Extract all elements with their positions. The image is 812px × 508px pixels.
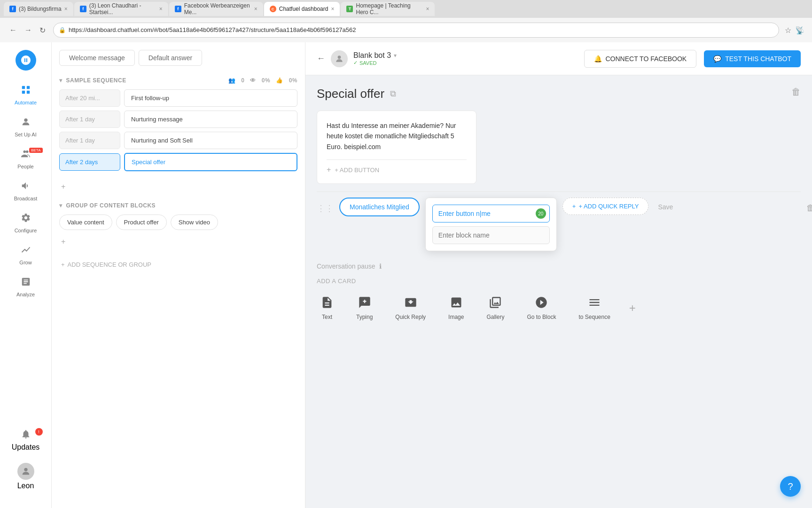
default-answer-btn[interactable]: Default answer xyxy=(139,50,202,66)
sidebar-item-configure[interactable]: Configure xyxy=(5,208,47,238)
browser-chrome: f (3) Bildungsfirma × f (3) Leon Chaudha… xyxy=(0,0,812,42)
sidebar-item-people[interactable]: People BETA xyxy=(5,144,47,174)
svg-rect-2 xyxy=(22,91,24,94)
add-group-item-btn[interactable]: + xyxy=(59,234,67,250)
group-btn-0[interactable]: Value content xyxy=(59,214,112,230)
top-nav: Welcome message Default answer xyxy=(59,50,297,66)
tab-3-close[interactable]: × xyxy=(254,6,258,12)
tab-2-label: (3) Leon Chaudhari - Startsei... xyxy=(89,2,156,16)
seq-block-1[interactable]: Nurturing message xyxy=(124,111,297,128)
add-item-btn[interactable]: + xyxy=(59,179,67,195)
save-button[interactable]: Save xyxy=(654,198,677,216)
bot-back-button[interactable]: ← xyxy=(317,54,325,64)
svg-rect-0 xyxy=(22,86,24,89)
add-icon: + xyxy=(61,183,65,191)
qr-button-monatliches[interactable]: Monatliches Mitglied xyxy=(339,198,420,216)
group-btn-2[interactable]: Show video xyxy=(171,214,218,230)
tab-5-close[interactable]: × xyxy=(426,6,429,12)
main-delete-button[interactable]: 🗑 xyxy=(791,87,801,97)
help-button[interactable]: ? xyxy=(780,476,801,497)
tab-4[interactable]: C Chatfuel dashboard × xyxy=(264,2,340,16)
card-type-text[interactable]: Text xyxy=(317,292,337,324)
seq-block-2[interactable]: Nurturing and Soft Sell xyxy=(124,132,297,149)
click-rate: 0% xyxy=(289,77,297,84)
to-sequence-card-icon xyxy=(588,296,601,311)
people-beta-badge: BETA xyxy=(29,148,42,153)
quick-reply-card-label: Quick Reply xyxy=(395,314,426,320)
conversation-pause: Conversation pause ℹ xyxy=(317,259,801,274)
sidebar-item-analyze[interactable]: Analyze xyxy=(5,272,47,302)
add-quick-reply-button[interactable]: + + ADD QUICK REPLY xyxy=(562,198,649,215)
tab-4-close[interactable]: × xyxy=(331,6,334,12)
card-type-image[interactable]: Image xyxy=(445,292,468,324)
card-type-to-sequence[interactable]: to Sequence xyxy=(575,292,614,324)
tab-2-close[interactable]: × xyxy=(159,6,163,12)
card-type-typing[interactable]: Typing xyxy=(352,292,376,324)
sequence-list: After 20 mi... First follow-up After 1 d… xyxy=(59,89,297,171)
add-sequence-btn[interactable]: + ADD SEQUENCE OR GROUP xyxy=(59,257,153,272)
sidebar-bottom: Updates ! Leon xyxy=(5,426,47,500)
add-qr-plus: + xyxy=(572,203,576,210)
cast-icon[interactable]: 📡 xyxy=(795,26,804,35)
updates-label: Updates xyxy=(12,443,40,452)
message-block: Hast du Interesse an meiner Akademie? Nu… xyxy=(317,111,476,184)
reload-button[interactable]: ↻ xyxy=(38,24,47,37)
seq-block-0[interactable]: First follow-up xyxy=(124,89,297,107)
card-type-quick-reply[interactable]: Quick Reply xyxy=(391,292,429,324)
seq-row-0: After 20 mi... First follow-up xyxy=(59,89,297,107)
address-input[interactable]: https://dashboard.chatfuel.com/#/bot/5aa… xyxy=(53,23,779,38)
group-btn-1[interactable]: Product offer xyxy=(116,214,167,230)
app-header: ← Blank bot 3 ▾ ✓ SAVED 🔔 CONN xyxy=(305,42,812,75)
dropdown-arrow[interactable]: ▾ xyxy=(394,52,397,59)
test-chatbot-button[interactable]: 💬 TEST THIS CHATBOT xyxy=(704,50,801,67)
saved-row: ✓ SAVED xyxy=(353,60,397,66)
sidebar-item-automate[interactable]: Automate xyxy=(5,80,47,110)
sidebar-item-user[interactable]: Leon xyxy=(5,460,47,493)
sample-sequence-section: ▾ SAMPLE SEQUENCE 👥 0 👁 0% 👍 0% After 20… xyxy=(59,77,297,195)
tab-5-favicon: T xyxy=(346,6,353,12)
bookmark-icon[interactable]: ☆ xyxy=(785,26,791,35)
group-collapse-arrow[interactable]: ▾ xyxy=(59,202,62,209)
sidebar-item-broadcast[interactable]: Broadcast xyxy=(5,176,47,206)
bot-name-section: ← Blank bot 3 ▾ ✓ SAVED xyxy=(317,50,397,67)
typing-card-label: Typing xyxy=(356,314,373,320)
configure-label: Configure xyxy=(15,228,37,233)
tab-2[interactable]: f (3) Leon Chaudhari - Startsei... × xyxy=(74,2,168,16)
chatfuel-logo[interactable] xyxy=(16,50,36,71)
tab-5[interactable]: T Homepage | Teaching Hero C... × xyxy=(341,2,435,16)
welcome-message-btn[interactable]: Welcome message xyxy=(59,50,135,66)
forward-button[interactable]: → xyxy=(23,24,34,36)
sidebar-item-grow[interactable]: Grow xyxy=(5,240,47,270)
eye-icon: 👁 xyxy=(250,77,256,84)
address-bar: ← → ↻ 🔒 https://dashboard.chatfuel.com/#… xyxy=(0,18,812,42)
collapse-arrow[interactable]: ▾ xyxy=(59,77,62,84)
info-icon[interactable]: ℹ xyxy=(379,262,382,270)
tab-1-close[interactable]: × xyxy=(64,6,68,12)
seq-delay-1: After 1 day xyxy=(59,111,120,128)
add-card-type-plus[interactable]: + xyxy=(629,302,636,315)
add-button-row[interactable]: + + ADD BUTTON xyxy=(327,159,467,174)
card-type-gallery[interactable]: Gallery xyxy=(483,292,508,324)
tab-3[interactable]: f Facebook Werbeanzeigen Me... × xyxy=(169,2,263,16)
bot-name-row: Blank bot 3 ▾ xyxy=(353,51,397,60)
block-name-input[interactable] xyxy=(432,226,550,244)
tab-1-favicon: f xyxy=(9,6,16,12)
separator-1 xyxy=(317,191,801,192)
automate-label: Automate xyxy=(15,100,37,105)
quick-reply-card-icon xyxy=(404,296,417,311)
copy-button[interactable]: ⧉ xyxy=(390,89,396,99)
tab-1[interactable]: f (3) Bildungsfirma × xyxy=(4,2,73,16)
updates-badge: ! xyxy=(35,428,43,436)
drag-handle[interactable]: ⋮⋮ xyxy=(317,203,334,214)
connect-fb-button[interactable]: 🔔 CONNECT TO FACEBOOK xyxy=(584,50,697,68)
card-type-go-to-block[interactable]: Go to Block xyxy=(523,292,560,324)
seq-block-3[interactable]: Special offer xyxy=(124,153,297,171)
message-text: Hast du Interesse an meiner Akademie? Nu… xyxy=(327,120,467,152)
back-button[interactable]: ← xyxy=(8,24,19,36)
section-delete-button[interactable]: 🗑 xyxy=(806,203,812,213)
sidebar-item-setup-ai[interactable]: Set Up AI xyxy=(5,112,47,142)
button-name-input[interactable] xyxy=(432,205,550,222)
sidebar-item-updates[interactable]: Updates ! xyxy=(5,426,47,454)
content-area: 🗑 Special offer ⧉ Hast du Interesse an m… xyxy=(305,75,812,335)
updates-wrapper: Updates ! xyxy=(5,426,47,454)
